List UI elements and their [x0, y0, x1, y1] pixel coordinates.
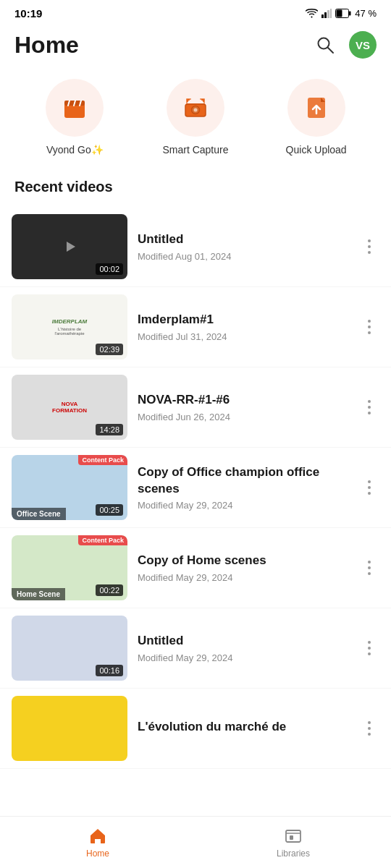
svg-rect-1 [324, 12, 327, 18]
user-avatar[interactable]: VS [349, 31, 377, 59]
video-info: Copy of Office champion office scenes Mo… [138, 464, 349, 510]
status-bar: 10:19 47 % [0, 0, 391, 24]
video-title: Copy of Home scenes [138, 553, 349, 569]
svg-point-7 [319, 38, 329, 49]
clapperboard-icon [60, 93, 89, 122]
video-title: Untitled [138, 231, 349, 247]
nav-label-home: Home [86, 848, 109, 859]
header-actions: VS [311, 31, 377, 59]
video-info: Imderplam#1 Modified Jul 31, 2024 [138, 312, 349, 341]
video-list: 00:02 Untitled Modified Aug 01, 2024 IMD… [0, 207, 391, 827]
video-modified: Modified Jul 31, 2024 [138, 331, 349, 342]
svg-rect-27 [290, 835, 293, 840]
video-modified: Modified Aug 01, 2024 [138, 251, 349, 262]
video-info: NOVA-RR-#1-#6 Modified Jun 26, 2024 [138, 392, 349, 422]
video-list-item[interactable]: 00:16 Untitled Modified May 29, 2024 [0, 608, 391, 689]
battery-percent: 47 % [355, 8, 377, 19]
video-thumbnail: Content Pack Office Scene 00:25 [12, 455, 127, 520]
wifi-icon [306, 9, 318, 18]
camera-icon [181, 93, 210, 122]
video-menu-button[interactable] [359, 311, 379, 343]
three-dots-icon [368, 641, 371, 655]
video-thumbnail: 00:16 [12, 616, 127, 681]
video-list-item[interactable]: Content Pack Home Scene 00:22 Copy of Ho… [0, 528, 391, 608]
video-list-item[interactable]: IMDERPLAM L'histoire del'aromathérapie 0… [0, 287, 391, 367]
three-dots-icon [368, 400, 371, 414]
nav-label-libraries: Libraries [277, 848, 310, 859]
vyond-go-label: Vyond Go✨ [46, 144, 104, 156]
signal-icon [321, 9, 332, 18]
svg-line-8 [328, 48, 333, 53]
video-info: Copy of Home scenes Modified May 29, 202… [138, 553, 349, 582]
status-time: 10:19 [14, 7, 42, 20]
video-thumbnail: IMDERPLAM L'histoire del'aromathérapie 0… [12, 294, 127, 359]
video-modified: Modified May 29, 2024 [138, 500, 349, 511]
three-dots-icon [368, 480, 371, 495]
video-modified: Modified Jun 26, 2024 [138, 412, 349, 422]
video-title: Copy of Office champion office scenes [138, 464, 349, 496]
recent-videos-title: Recent videos [0, 173, 391, 207]
three-dots-icon [368, 561, 371, 575]
video-title: NOVA-RR-#1-#6 [138, 392, 349, 408]
video-list-item[interactable]: 00:02 Untitled Modified Aug 01, 2024 [0, 207, 391, 287]
video-title: Untitled [138, 633, 349, 649]
battery-icon [335, 9, 351, 18]
video-list-item[interactable]: NOVAFORMATION 14:28 NOVA-RR-#1-#6 Modifi… [0, 367, 391, 448]
status-right: 47 % [306, 8, 377, 19]
nav-item-home[interactable]: Home [0, 817, 196, 868]
quick-actions: Vyond Go✨ Smart Capture [0, 72, 391, 173]
quick-action-vyond-go[interactable]: Vyond Go✨ [28, 79, 122, 156]
svg-rect-3 [330, 9, 332, 18]
video-menu-button[interactable] [359, 231, 379, 263]
svg-rect-5 [349, 12, 351, 16]
svg-marker-24 [67, 242, 75, 252]
bottom-nav: Home Libraries [0, 816, 391, 868]
libraries-nav-icon [284, 827, 303, 846]
quick-action-smart-capture[interactable]: Smart Capture [148, 79, 243, 156]
video-thumbnail: 00:02 [12, 214, 127, 279]
home-nav-icon [88, 827, 107, 846]
quick-upload-label: Quick Upload [286, 144, 347, 156]
video-modified: Modified May 29, 2024 [138, 572, 349, 583]
svg-rect-6 [337, 10, 342, 17]
svg-rect-2 [327, 10, 329, 18]
search-icon [316, 35, 335, 54]
video-info: L'évolution du marché de [138, 719, 349, 738]
video-title: L'évolution du marché de [138, 719, 349, 735]
video-modified: Modified May 29, 2024 [138, 652, 349, 663]
video-menu-button[interactable] [359, 552, 379, 584]
three-dots-icon [368, 320, 371, 334]
smart-capture-label: Smart Capture [162, 144, 228, 156]
quick-action-quick-upload[interactable]: Quick Upload [269, 79, 363, 156]
vyond-go-circle [46, 79, 104, 137]
svg-point-20 [193, 109, 197, 112]
quick-upload-circle [287, 79, 345, 137]
nav-item-libraries[interactable]: Libraries [196, 817, 391, 868]
svg-rect-0 [321, 14, 324, 18]
upload-icon [302, 93, 331, 122]
video-menu-button[interactable] [359, 391, 379, 423]
video-info: Untitled Modified May 29, 2024 [138, 633, 349, 663]
video-info: Untitled Modified Aug 01, 2024 [138, 231, 349, 261]
video-thumbnail: Content Pack Home Scene 00:22 [12, 535, 127, 600]
video-thumbnail [12, 696, 127, 761]
smart-capture-circle [167, 79, 224, 137]
video-menu-button[interactable] [359, 712, 379, 744]
page-title: Home [14, 32, 79, 59]
video-list-item[interactable]: Content Pack Office Scene 00:25 Copy of … [0, 448, 391, 528]
three-dots-icon [368, 721, 371, 736]
video-list-item[interactable]: L'évolution du marché de [0, 689, 391, 769]
header: Home VS [0, 24, 391, 72]
video-title: Imderplam#1 [138, 312, 349, 328]
video-menu-button[interactable] [359, 472, 379, 503]
video-menu-button[interactable] [359, 632, 379, 664]
search-button[interactable] [311, 31, 339, 59]
video-thumbnail: NOVAFORMATION 14:28 [12, 375, 127, 440]
three-dots-icon [368, 239, 371, 254]
